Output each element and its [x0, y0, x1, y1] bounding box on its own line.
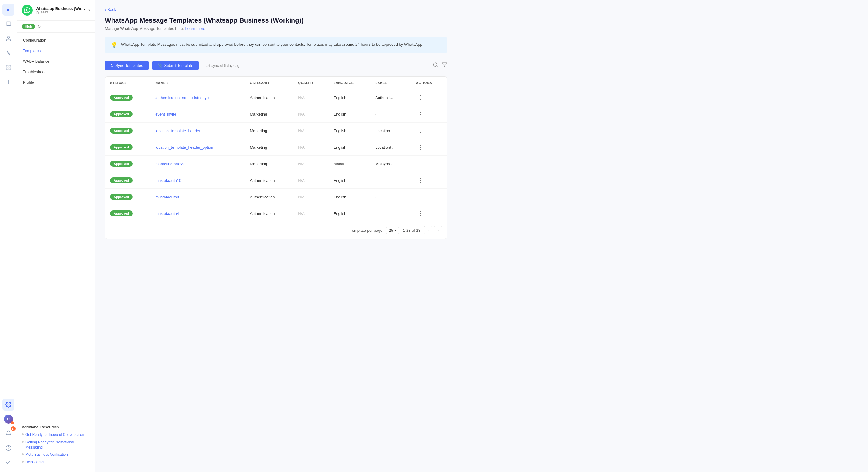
- pagination: Template per page 25 ▾ 1-23 of 23 ‹ ›: [105, 222, 447, 239]
- name-filter-icon[interactable]: ≡: [167, 81, 168, 85]
- table-body: Approved authentication_no_updates_yet A…: [105, 89, 447, 222]
- back-button[interactable]: ‹ Back: [105, 7, 447, 12]
- search-icon[interactable]: [433, 62, 438, 69]
- pagination-nav: ‹ ›: [424, 226, 442, 235]
- additional-link-inbound[interactable]: Get Ready for Inbound Conversation: [25, 432, 84, 437]
- per-page-chevron-icon: ▾: [394, 228, 396, 233]
- row-actions-button-6[interactable]: ⋮: [416, 193, 425, 201]
- sidebar-logo: [22, 5, 33, 15]
- next-page-button[interactable]: ›: [434, 226, 442, 235]
- subtitle-text: Manage WhatsApp Message Templates here.: [105, 26, 184, 31]
- cell-name-1: event_invite: [150, 106, 245, 123]
- table-row: Approved authentication_no_updates_yet A…: [105, 89, 447, 106]
- sidebar-item-configuration[interactable]: Configuration: [17, 35, 95, 45]
- cell-quality-2: N/A: [293, 123, 329, 139]
- sidebar-chevron-icon[interactable]: ▾: [88, 8, 90, 12]
- sidebar-nav: Configuration Templates WABA Balance Tro…: [17, 33, 95, 420]
- cell-language-5: English: [329, 172, 371, 189]
- templates-table-container: STATUS ≡ NAME ≡ CATEGORY QUALITY: [105, 76, 447, 239]
- status-badge-4: Approved: [110, 161, 133, 167]
- home-icon[interactable]: ●: [2, 4, 14, 15]
- cell-category-2: Marketing: [245, 123, 293, 139]
- user-avatar-icon[interactable]: U: [2, 413, 14, 425]
- back-label: Back: [107, 7, 116, 12]
- additional-link-meta[interactable]: Meta Business Verification: [25, 452, 68, 457]
- submit-template-button[interactable]: 📎 Submit Template: [152, 61, 199, 70]
- cell-actions-6: ⋮: [411, 189, 447, 205]
- template-link-5[interactable]: mustafaauth10: [155, 178, 181, 183]
- cell-language-4: Malay: [329, 156, 371, 172]
- template-link-2[interactable]: location_template_header: [155, 129, 200, 133]
- sidebar-item-waba-balance[interactable]: WABA Balance: [17, 56, 95, 67]
- additional-link-promotional[interactable]: Getting Ready for Promotional Messaging: [25, 440, 90, 450]
- svg-marker-13: [442, 63, 447, 67]
- row-actions-button-1[interactable]: ⋮: [416, 110, 425, 118]
- template-link-4[interactable]: marketingfortoys: [155, 162, 184, 166]
- status-badge-7: Approved: [110, 210, 133, 216]
- notification-count: 17: [11, 426, 16, 431]
- svg-rect-1: [6, 65, 8, 67]
- cell-quality-5: N/A: [293, 172, 329, 189]
- row-actions-button-4[interactable]: ⋮: [416, 160, 425, 168]
- cell-name-5: mustafaauth10: [150, 172, 245, 189]
- page-subtitle: Manage WhatsApp Message Templates here. …: [105, 26, 447, 31]
- cell-name-3: location_template_header_option: [150, 139, 245, 156]
- filter-icon[interactable]: [442, 62, 447, 69]
- learn-more-link[interactable]: Learn more: [185, 26, 205, 31]
- conversations-icon[interactable]: [2, 18, 14, 30]
- cell-label-4: Malaypro...: [370, 156, 411, 172]
- pagination-range: 1-23 of 23: [403, 228, 421, 233]
- template-link-6[interactable]: mustafaauth3: [155, 195, 179, 199]
- per-page-select[interactable]: 25 ▾: [386, 227, 399, 234]
- status-col-label: STATUS: [110, 81, 124, 85]
- status-filter-icon[interactable]: ≡: [124, 81, 126, 85]
- sidebar-item-templates[interactable]: Templates: [17, 45, 95, 56]
- contacts-icon[interactable]: [2, 33, 14, 44]
- status-badge-6: Approved: [110, 194, 133, 200]
- cell-actions-4: ⋮: [411, 156, 447, 172]
- cell-status-2: Approved: [105, 123, 150, 139]
- row-actions-button-7[interactable]: ⋮: [416, 209, 425, 217]
- table-row: Approved mustafaauth10 Authentication N/…: [105, 172, 447, 189]
- additional-link-help[interactable]: Help Center: [25, 460, 44, 465]
- status-badge: High: [22, 24, 35, 29]
- reports-icon[interactable]: [2, 47, 14, 59]
- notification-icon[interactable]: 17: [2, 428, 14, 439]
- cell-category-6: Authentication: [245, 189, 293, 205]
- sidebar-app-title: Whatsapp Business (Working): [36, 6, 85, 11]
- prev-page-button[interactable]: ‹: [424, 226, 433, 235]
- col-header-label: LABEL: [370, 77, 411, 89]
- analytics-icon[interactable]: [2, 76, 14, 88]
- cell-name-6: mustafaauth3: [150, 189, 245, 205]
- cell-name-0: authentication_no_updates_yet: [150, 89, 245, 106]
- svg-line-12: [436, 66, 437, 67]
- help-icon[interactable]: [2, 442, 14, 454]
- row-actions-button-0[interactable]: ⋮: [416, 94, 425, 101]
- toolbar: ↻ Sync Templates 📎 Submit Template Last …: [105, 61, 447, 70]
- sync-icon: ↻: [110, 63, 114, 68]
- additional-resources-title: Additional Resources: [22, 425, 90, 429]
- row-actions-button-2[interactable]: ⋮: [416, 127, 425, 135]
- cell-category-5: Authentication: [245, 172, 293, 189]
- integrations-icon[interactable]: [2, 61, 14, 73]
- sidebar-item-profile[interactable]: Profile: [17, 77, 95, 88]
- main-content: ‹ Back WhatsApp Message Templates (Whats…: [95, 0, 868, 472]
- cell-status-5: Approved: [105, 172, 150, 189]
- svg-point-0: [7, 36, 9, 38]
- checkmark-icon[interactable]: [2, 457, 14, 468]
- cell-language-3: English: [329, 139, 371, 156]
- template-link-3[interactable]: location_template_header_option: [155, 145, 213, 149]
- row-actions-button-5[interactable]: ⋮: [416, 176, 425, 184]
- template-link-1[interactable]: event_invite: [155, 112, 176, 116]
- col-header-name: NAME ≡: [150, 77, 245, 89]
- table-row: Approved event_invite Marketing N/A Engl…: [105, 106, 447, 123]
- sidebar-item-troubleshoot[interactable]: Troubleshoot: [17, 67, 95, 77]
- sync-templates-button[interactable]: ↻ Sync Templates: [105, 61, 149, 70]
- refresh-icon[interactable]: ↻: [37, 24, 41, 29]
- cell-status-1: Approved: [105, 106, 150, 123]
- settings-icon[interactable]: [2, 399, 14, 411]
- template-link-7[interactable]: mustafaauth4: [155, 211, 179, 216]
- table-header-row: STATUS ≡ NAME ≡ CATEGORY QUALITY: [105, 77, 447, 89]
- template-link-0[interactable]: authentication_no_updates_yet: [155, 95, 210, 100]
- row-actions-button-3[interactable]: ⋮: [416, 143, 425, 151]
